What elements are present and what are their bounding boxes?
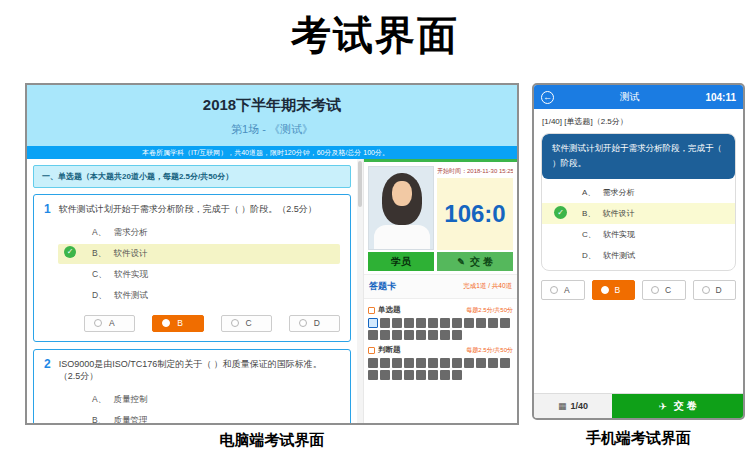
answer-button[interactable]: C (221, 315, 272, 332)
question-number-cell[interactable] (428, 370, 438, 380)
option-letter: B、 (582, 209, 595, 218)
mobile-submit-button[interactable]: ✈ 交 卷 (612, 394, 743, 418)
submit-paper-button[interactable]: ✎ 交 卷 (437, 252, 513, 271)
answer-letter: B (177, 318, 183, 328)
question-number-cell[interactable] (416, 330, 426, 340)
panel-actions: 学员 ✎ 交 卷 (364, 252, 517, 271)
check-icon: ✓ (554, 206, 567, 219)
answer-button[interactable]: C (642, 280, 686, 300)
option-row[interactable]: ✓ C、 软件实现 (58, 265, 340, 285)
question-number-cell[interactable] (440, 330, 450, 340)
question-number-cell[interactable] (380, 358, 390, 368)
question-number-cell[interactable] (404, 318, 414, 328)
question-number-cell[interactable] (440, 318, 450, 328)
question-number-cell[interactable] (428, 358, 438, 368)
question-number-cell[interactable] (452, 370, 462, 380)
option-letter: D、 (92, 290, 107, 300)
question-number-cell[interactable] (416, 318, 426, 328)
question-number-cell[interactable] (392, 358, 402, 368)
question-number-cell[interactable] (404, 358, 414, 368)
answer-card-toggle[interactable]: ▦ 1/40 (534, 394, 612, 418)
answer-letter: A (109, 318, 115, 328)
question-number: 1 (44, 203, 51, 216)
option-row[interactable]: ✓ B、 软件设计 (542, 203, 735, 224)
question-number-grid (368, 358, 513, 380)
photo-face (392, 181, 412, 206)
question-number-cell[interactable] (428, 318, 438, 328)
section-name: 判断题 (378, 345, 401, 355)
question-number-cell[interactable] (392, 330, 402, 340)
question-number-cell[interactable] (500, 358, 510, 368)
question-number-cell[interactable] (392, 318, 402, 328)
answer-button[interactable]: D (693, 280, 737, 300)
back-icon[interactable]: ← (541, 91, 554, 104)
question-number-cell[interactable] (452, 330, 462, 340)
question-number-cell[interactable] (464, 318, 474, 328)
question-1-options: ✓ A、 需求分析 ✓ B、 软件设计 ✓ C、 软件实现 ✓ (58, 223, 340, 306)
option-row[interactable]: ✓ B、 质量管理 (58, 411, 340, 423)
question-number-cell[interactable] (368, 330, 378, 340)
option-row[interactable]: ✓ A、 需求分析 (542, 182, 735, 203)
question-number-cell[interactable] (416, 358, 426, 368)
answer-button[interactable]: A (541, 280, 585, 300)
mobile-exam-window: ← 测试 104:11 [1/40] [单选题]（2.5分） 软件测试计划开始于… (532, 83, 745, 420)
answer-button[interactable]: D (289, 315, 340, 332)
question-number-cell[interactable] (368, 318, 378, 328)
question-number-cell[interactable] (416, 370, 426, 380)
question-number-cell[interactable] (476, 318, 486, 328)
scrollbar-thumb[interactable] (358, 161, 362, 207)
answer-button[interactable]: A (84, 315, 135, 332)
question-number-cell[interactable] (380, 318, 390, 328)
option-row[interactable]: ✓ B、 软件设计 (58, 244, 340, 264)
question-number-cell[interactable] (380, 330, 390, 340)
option-row[interactable]: ✓ D、 软件测试 (58, 286, 340, 306)
option-letter: B、 (92, 248, 106, 258)
exam-info-bar: 本卷所属学科（IT/互联网），共40道题，限时120分钟，60分及格/总分 10… (27, 146, 517, 159)
answer-letter: B (615, 285, 621, 295)
section-header: 一、单选题（本大题共20道小题，每题2.5分/共50分） (33, 165, 351, 188)
section-score: 每题2.5分/共50分 (466, 306, 513, 315)
question-2-options: ✓ A、 质量控制 ✓ B、 质量管理 ✓ C、 质量策划 ✓ (58, 390, 340, 423)
question-number-cell[interactable] (404, 330, 414, 340)
radio-icon (299, 319, 307, 327)
question-number-cell[interactable] (500, 318, 510, 328)
option-letter: A、 (92, 227, 106, 237)
countdown-timer: 106:0 (437, 178, 513, 250)
question-1: 1 软件测试计划开始于需求分析阶段，完成于（ ）阶段。（2.5分） ✓ A、 需… (33, 194, 351, 342)
answer-button[interactable]: B (592, 280, 636, 300)
option-row[interactable]: ✓ C、 软件实现 (542, 224, 735, 245)
question-number-cell[interactable] (464, 358, 474, 368)
answer-button[interactable]: B (152, 315, 203, 332)
option-row[interactable]: ✓ A、 需求分析 (58, 223, 340, 243)
question-number-cell[interactable] (380, 370, 390, 380)
option-row[interactable]: ✓ D、 软件测试 (542, 245, 735, 266)
question-number-cell[interactable] (452, 358, 462, 368)
section-type-icon (368, 307, 375, 314)
question-number-cell[interactable] (404, 370, 414, 380)
question-number-cell[interactable] (392, 370, 402, 380)
question-number-cell[interactable] (476, 358, 486, 368)
section-label-group: 单选题 (368, 305, 401, 315)
question-area: 一、单选题（本大题共20道小题，每题2.5分/共50分） 1 软件测试计划开始于… (27, 159, 357, 423)
question-number-cell[interactable] (368, 370, 378, 380)
question-text: 软件测试计划开始于需求分析阶段，完成于（ ）阶段。 (542, 134, 735, 179)
question-number-cell[interactable] (488, 318, 498, 328)
mobile-answer-buttons: A B C D (541, 280, 736, 300)
question-number-cell[interactable] (440, 370, 450, 380)
start-time-label: 开始时间：2018-11-30 15:25:00 (437, 167, 513, 176)
question-2-row: 2 ISO9000是由ISO/TC176制定的关于（ ）和质量保证的国际标准。（… (44, 358, 340, 383)
question-number-cell[interactable] (452, 318, 462, 328)
option-row[interactable]: ✓ A、 质量控制 (58, 390, 340, 410)
question-number-cell[interactable] (440, 358, 450, 368)
answer-letter: C (665, 285, 671, 295)
answer-letter: D (716, 285, 722, 295)
student-photo (368, 166, 434, 250)
question-number-cell[interactable] (368, 358, 378, 368)
radio-icon (94, 319, 102, 327)
role-badge: 学员 (368, 252, 434, 271)
option-text: 软件测试 (114, 290, 148, 300)
radio-icon (550, 286, 558, 294)
question-number-cell[interactable] (488, 358, 498, 368)
question-number-cell[interactable] (428, 330, 438, 340)
scrollbar[interactable] (357, 159, 363, 423)
